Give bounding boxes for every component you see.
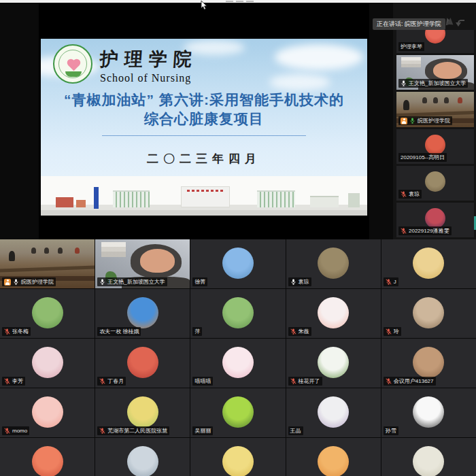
participant-label: 徐菁 xyxy=(192,277,207,286)
avatar xyxy=(32,347,63,378)
avatar xyxy=(425,208,445,228)
mic-icon xyxy=(409,118,415,124)
participant-tile[interactable]: 农夫一枚 徐桂娥 xyxy=(95,289,190,338)
sidebar-tile[interactable]: 20209105--高明日 xyxy=(396,129,474,164)
participant-tile[interactable]: 会议用户413627 xyxy=(381,339,476,388)
avatar xyxy=(413,297,444,328)
participant-grid: 皖医护理学院 王文艳_新加坡国立大学 徐菁 袁琼 xyxy=(0,239,476,476)
member-badge-icon xyxy=(401,118,407,124)
participant-tile[interactable]: 芜湖市第二人民医院张慧 xyxy=(95,388,190,437)
participant-tile[interactable]: 王文艳_新加坡国立大学 xyxy=(95,239,190,288)
participant-tile[interactable]: 徐菁 xyxy=(190,239,285,288)
participant-tile[interactable]: 皖医护理学院 xyxy=(0,239,95,288)
avatar xyxy=(127,396,158,428)
collapsed-toolbar[interactable] xyxy=(0,0,476,3)
participant-label: J xyxy=(384,277,398,286)
participant-tile[interactable]: 玲 xyxy=(381,289,476,338)
toolbar-hint xyxy=(226,1,233,2)
participant-tile[interactable]: 李芳 xyxy=(0,339,95,388)
participant-label: 袁琼 xyxy=(398,190,422,199)
avatar xyxy=(413,347,444,378)
participant-tile[interactable]: 孙雪 xyxy=(381,388,476,437)
participant-tile[interactable]: 吴丽丽 xyxy=(190,388,285,437)
avatar xyxy=(318,446,349,476)
participant-tile[interactable]: 桂花开了 xyxy=(286,339,381,388)
participant-tile[interactable]: 朱薇 xyxy=(286,289,381,338)
toolbar-hint xyxy=(236,1,243,2)
mic-icon xyxy=(290,328,296,335)
participant-label: 皖医护理学院 xyxy=(2,277,56,286)
reply-arrow-icon[interactable] xyxy=(458,20,464,25)
sidebar-tile[interactable]: 王文艳_新加坡国立大学 xyxy=(396,55,474,90)
participant-label: 护理李琴 xyxy=(398,42,424,51)
participant-label: 芜湖市第二人民医院张慧 xyxy=(97,426,169,435)
participant-label: 桂花开了 xyxy=(288,377,322,386)
participant-label: 李芳 xyxy=(2,377,25,386)
building-art xyxy=(257,190,295,207)
school-name-cn: 护理学院 xyxy=(99,47,199,71)
participant-label: 孙雪 xyxy=(384,426,398,435)
participant-label: 萍 xyxy=(192,327,202,336)
participant-tile[interactable]: 王晶 xyxy=(286,388,381,437)
avatar xyxy=(222,347,254,378)
participant-tile[interactable]: 萍 xyxy=(190,289,285,338)
mic-icon xyxy=(99,279,105,285)
participant-tile[interactable] xyxy=(286,438,381,476)
avatar xyxy=(318,347,349,378)
participant-label: 20229129潘雅雯 xyxy=(398,226,452,235)
participants-sidebar[interactable]: 护理李琴 王文艳_新加坡国立大学 皖医护理学院 xyxy=(393,3,476,239)
participant-tile[interactable]: J xyxy=(381,239,476,288)
participant-label: 王文艳_新加坡国立大学 xyxy=(398,79,468,88)
mic-icon xyxy=(99,378,105,384)
avatar xyxy=(32,396,63,428)
reaction-icon[interactable] xyxy=(445,18,454,24)
member-badge-icon xyxy=(4,279,11,286)
toolbar-hint xyxy=(246,1,254,2)
participant-tile[interactable]: 喵喵喵 xyxy=(190,339,285,388)
school-name-en: School of Nursing xyxy=(100,72,198,84)
participant-label: 丁春月 xyxy=(97,377,126,386)
mic-icon xyxy=(4,378,10,384)
participant-label: 20209105--高明日 xyxy=(398,153,447,162)
slide-title: “青椒加油站” 第六讲:采用智能手机技术的 综合心脏康复项目 xyxy=(41,90,367,129)
building-art xyxy=(348,193,360,207)
speaking-toast: 正在讲话: 皖医护理学院 xyxy=(373,18,445,30)
building-art xyxy=(181,186,230,207)
sidebar-tile[interactable]: 护理李琴 xyxy=(396,30,474,53)
participant-label: 袁琼 xyxy=(288,277,311,286)
sidebar-tile[interactable]: 袁琼 xyxy=(396,166,474,201)
participant-tile[interactable] xyxy=(381,438,476,476)
participant-label: 玲 xyxy=(384,327,401,336)
avatar xyxy=(425,171,445,192)
participant-tile[interactable]: 袁琼 xyxy=(286,239,381,288)
avatar xyxy=(32,446,63,476)
presentation-slide: 护理学院 School of Nursing “青椒加油站” 第六讲:采用智能手… xyxy=(41,39,367,216)
school-logo xyxy=(53,44,92,84)
participant-tile[interactable] xyxy=(0,438,95,476)
mic-icon xyxy=(386,279,392,285)
slide-date: 二〇二三年四月 xyxy=(41,151,367,167)
participant-label: 皖医护理学院 xyxy=(398,116,452,125)
participant-tile[interactable]: momo xyxy=(0,388,95,437)
avatar xyxy=(425,135,445,155)
participant-label: momo xyxy=(2,426,29,435)
sidebar-tile[interactable]: 20229129潘雅雯 xyxy=(396,203,474,237)
campus-photo xyxy=(41,176,367,216)
avatar xyxy=(222,248,254,279)
participant-tile[interactable]: 张冬梅 xyxy=(0,289,95,338)
school-logo-block: 护理学院 School of Nursing xyxy=(53,44,198,84)
participant-label: 王晶 xyxy=(288,426,303,435)
participant-tile[interactable] xyxy=(190,438,285,476)
participant-tile[interactable]: 丁春月 xyxy=(95,339,190,388)
building-art xyxy=(310,196,339,207)
avatar xyxy=(222,297,254,328)
participant-label: 农夫一枚 徐桂娥 xyxy=(97,327,141,336)
participant-tile[interactable] xyxy=(95,438,190,476)
sidebar-tile-active-speaker[interactable]: 皖医护理学院 xyxy=(396,92,474,127)
avatar xyxy=(127,297,158,328)
mic-icon xyxy=(386,328,392,335)
building-art xyxy=(56,197,73,207)
mic-icon xyxy=(401,80,407,86)
mic-icon xyxy=(99,428,105,434)
screen-share-area: 护理学院 School of Nursing “青椒加油站” 第六讲:采用智能手… xyxy=(39,3,369,239)
